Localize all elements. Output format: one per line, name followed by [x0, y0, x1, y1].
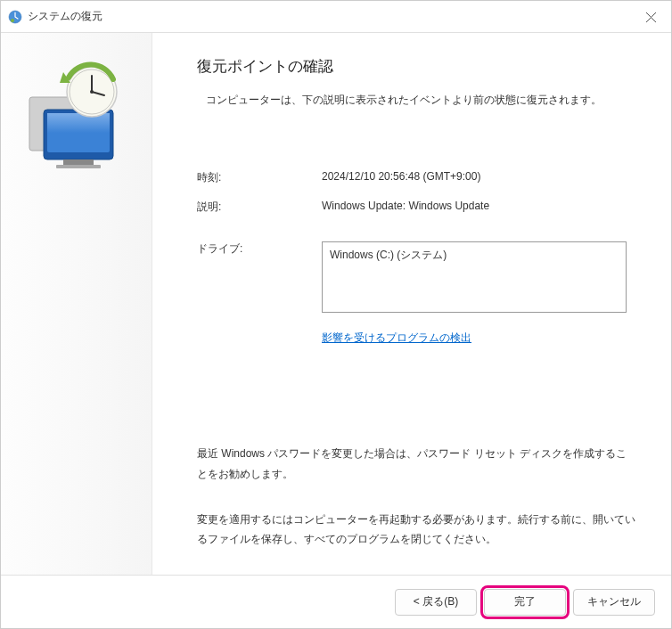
description-row: 説明: Windows Update: Windows Update	[197, 200, 635, 215]
time-value: 2024/12/10 20:56:48 (GMT+9:00)	[322, 170, 635, 185]
scan-affected-programs-link[interactable]: 影響を受けるプログラムの検出	[322, 331, 471, 346]
back-button[interactable]: < 戻る(B)	[395, 589, 477, 616]
sidebar	[1, 33, 152, 575]
footer-buttons: < 戻る(B) 完了 キャンセル	[1, 575, 671, 628]
svg-point-14	[90, 90, 94, 94]
password-note: 最近 Windows パスワードを変更した場合は、パスワード リセット ディスク…	[197, 444, 635, 485]
drive-row: ドライブ: Windows (C:) (システム)	[197, 241, 635, 313]
system-restore-hero-icon	[19, 60, 135, 176]
system-restore-dialog: システムの復元	[0, 0, 672, 629]
window-title: システムの復元	[28, 9, 102, 24]
description-label: 説明:	[197, 200, 322, 215]
content-area: 復元ポイントの確認 コンピューターは、下の説明に表示されたイベントより前の状態に…	[1, 33, 671, 575]
page-heading: 復元ポイントの確認	[197, 56, 635, 77]
svg-rect-9	[56, 165, 101, 168]
description-value: Windows Update: Windows Update	[322, 200, 635, 215]
intro-text: コンピューターは、下の説明に表示されたイベントより前の状態に復元されます。	[206, 93, 635, 108]
svg-rect-8	[63, 159, 94, 165]
drive-item: Windows (C:) (システム)	[330, 248, 619, 263]
close-button[interactable]	[630, 1, 671, 33]
restart-note: 変更を適用するにはコンピューターを再起動する必要があります。続行する前に、開いて…	[197, 510, 635, 551]
time-row: 時刻: 2024/12/10 20:56:48 (GMT+9:00)	[197, 170, 635, 185]
system-restore-icon	[8, 10, 22, 24]
drive-listbox[interactable]: Windows (C:) (システム)	[322, 241, 627, 313]
drive-label: ドライブ:	[197, 241, 322, 313]
svg-rect-7	[47, 113, 110, 133]
titlebar: システムの復元	[1, 1, 671, 33]
main-panel: 復元ポイントの確認 コンピューターは、下の説明に表示されたイベントより前の状態に…	[152, 33, 671, 575]
svg-point-1	[11, 19, 14, 22]
finish-button[interactable]: 完了	[484, 589, 566, 616]
time-label: 時刻:	[197, 170, 322, 185]
cancel-button[interactable]: キャンセル	[573, 589, 655, 616]
